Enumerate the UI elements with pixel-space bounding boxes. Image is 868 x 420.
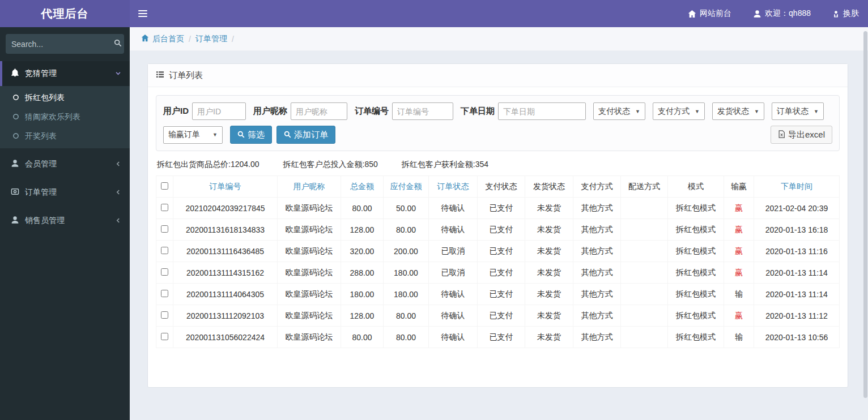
user-id-input[interactable] [192, 102, 246, 120]
cell-no: 202001131112092103 [173, 305, 278, 327]
header-payable[interactable]: 应付金额 [384, 176, 429, 198]
cell-ostatus: 已取消 [429, 262, 478, 284]
cell-pay: 80.00 [384, 219, 429, 241]
stat-total-invested: 拆红包客户总投入金额:850 [283, 160, 378, 170]
cell-no: 202102042039217845 [173, 198, 278, 219]
cell-mode: 拆红包模式 [668, 284, 724, 305]
cell-total: 128.00 [341, 219, 384, 241]
breadcrumb-current-link[interactable]: 订单管理 [195, 34, 227, 44]
sidebar-item-betting-management[interactable]: 竞猜管理 [0, 61, 130, 86]
cell-method: 其他方式 [573, 327, 621, 348]
cell-no: 202001131114315162 [173, 262, 278, 284]
sidebar-item-salesman-management[interactable]: 销售员管理 [0, 208, 130, 233]
order-list-panel: 订单列表 用户ID 用户昵称 订单编号 [147, 63, 848, 388]
cell-delivery [621, 262, 668, 284]
pay-method-select[interactable]: 支付方式 ▼ [653, 102, 705, 120]
table-row: 202001131056022424欧皇源码论坛80.0080.00待确认已支付… [156, 327, 840, 348]
add-order-button[interactable]: 添加订单 [276, 126, 335, 144]
submenu-item-label: 拆红包列表 [25, 93, 65, 103]
top-navbar: 代理后台 网站前台 欢迎：qh888 [0, 0, 868, 27]
cell-nick: 欧皇源码论坛 [278, 241, 341, 262]
header-nickname[interactable]: 用户昵称 [278, 176, 341, 198]
cell-time: 2020-01-13 11:14 [754, 262, 840, 284]
cell-nick: 欧皇源码论坛 [278, 198, 341, 219]
cell-ostatus: 待确认 [429, 198, 478, 219]
row-checkbox[interactable] [161, 333, 168, 340]
select-all-cell [156, 176, 173, 198]
user-welcome[interactable]: 欢迎：qh888 [753, 8, 811, 19]
cell-pay: 80.00 [384, 305, 429, 327]
cell-win: 赢 [724, 305, 754, 327]
cell-delivery [621, 305, 668, 327]
user-icon [11, 216, 19, 226]
cell-mode: 拆红包模式 [668, 198, 724, 219]
circle-icon [12, 113, 19, 122]
row-checkbox[interactable] [161, 204, 168, 211]
select-all-checkbox[interactable] [161, 182, 168, 190]
header-order-time[interactable]: 下单时间 [754, 176, 840, 198]
order-date-input[interactable] [498, 102, 586, 120]
breadcrumb-separator: / [232, 35, 234, 44]
cell-delivery [621, 327, 668, 348]
change-skin-button[interactable]: 换肤 [832, 8, 859, 19]
sidebar-item-label: 销售员管理 [25, 216, 109, 226]
sidebar-search-input[interactable] [11, 40, 114, 49]
cell-ship: 未发货 [525, 241, 573, 262]
order-status-select[interactable]: 订单状态 ▼ [772, 102, 824, 120]
sidebar-item-label: 会员管理 [25, 159, 109, 169]
cell-time: 2020-01-13 11:14 [754, 284, 840, 305]
cell-mode: 拆红包模式 [668, 241, 724, 262]
bell-icon [11, 68, 19, 79]
export-excel-button[interactable]: 导出excel [771, 126, 832, 144]
order-no-input[interactable] [392, 102, 453, 120]
row-checkbox[interactable] [161, 247, 168, 254]
sidebar-item-family-fun-list[interactable]: 猜阖家欢乐列表 [0, 108, 130, 127]
cell-nick: 欧皇源码论坛 [278, 327, 341, 348]
header-pay-method: 支付方式 [573, 176, 621, 198]
cell-no: 202001131618134833 [173, 219, 278, 241]
search-icon [284, 130, 291, 140]
sidebar-item-order-management[interactable]: 订单管理 [0, 180, 130, 205]
caret-down-icon: ▼ [695, 109, 700, 114]
site-front-link[interactable]: 网站前台 [688, 8, 731, 19]
filter-button[interactable]: 筛选 [230, 126, 272, 144]
stat-total-goods-price: 拆红包出货商品总价:1204.00 [157, 160, 259, 170]
nickname-input[interactable] [291, 102, 347, 120]
welcome-label: 欢迎：qh888 [765, 8, 811, 19]
row-checkbox[interactable] [161, 311, 168, 319]
cell-ship: 未发货 [525, 327, 573, 348]
vertical-scrollbar[interactable] [863, 31, 867, 398]
breadcrumb-home-link[interactable]: 后台首页 [141, 34, 184, 44]
brand-logo[interactable]: 代理后台 [0, 0, 130, 27]
cell-win: 赢 [724, 198, 754, 219]
header-order-no[interactable]: 订单编号 [173, 176, 278, 198]
win-lose-select[interactable]: 输赢订单 ▼ [163, 126, 223, 144]
header-total[interactable]: 总金额 [341, 176, 384, 198]
sidebar-item-red-packet-list[interactable]: 拆红包列表 [0, 88, 130, 108]
caret-down-icon: ▼ [212, 132, 218, 138]
row-checkbox[interactable] [161, 225, 168, 233]
table-row: 202001131114064305欧皇源码论坛180.00180.00待确认已… [156, 284, 840, 305]
search-icon[interactable] [114, 39, 122, 49]
chevron-left-icon [115, 188, 121, 197]
sidebar-item-member-management[interactable]: 会员管理 [0, 152, 130, 177]
row-checkbox[interactable] [161, 268, 168, 276]
header-mode: 模式 [668, 176, 724, 198]
select-value: 订单状态 [777, 106, 809, 117]
row-checkbox[interactable] [161, 290, 168, 297]
app-window: 代理后台 网站前台 欢迎：qh888 [0, 0, 868, 420]
sidebar-item-lottery-list[interactable]: 开奖列表 [0, 127, 130, 146]
pay-status-select[interactable]: 支付状态 ▼ [593, 102, 645, 120]
header-order-status[interactable]: 订单状态 [429, 176, 478, 198]
cell-method: 其他方式 [573, 219, 621, 241]
sidebar-toggle-button[interactable] [130, 0, 156, 27]
cell-pstatus: 已支付 [478, 219, 525, 241]
cell-mode: 拆红包模式 [668, 327, 724, 348]
cell-no: 202001131116436485 [173, 241, 278, 262]
ship-status-select[interactable]: 发货状态 ▼ [712, 102, 764, 120]
row-checkbox-cell [156, 219, 173, 241]
cell-ship: 未发货 [525, 262, 573, 284]
cell-delivery [621, 219, 668, 241]
add-order-button-label: 添加订单 [294, 130, 328, 140]
cell-pay: 50.00 [384, 198, 429, 219]
